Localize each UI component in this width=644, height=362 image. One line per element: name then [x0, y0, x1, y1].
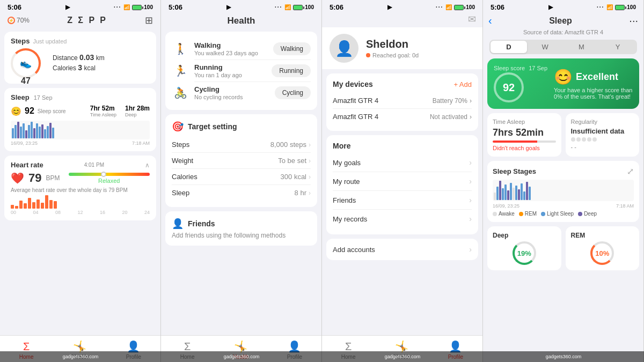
steps-header: Steps Just updated [11, 37, 150, 45]
rem-circle: 10% [590, 241, 614, 265]
hr-time: 4:01 PM [84, 162, 104, 168]
status-bar-3: 5:06 ▶ ··· 📶 100 [322, 0, 482, 12]
deep-dot [578, 212, 582, 216]
running-btn[interactable]: Running [272, 64, 311, 77]
sleep-emoji: 😊 [11, 106, 21, 116]
cycling-item[interactable]: 🚴 Cycling No cycling records Cycling [172, 82, 311, 104]
device-info-1: Battery 70% › [433, 97, 472, 105]
dots-icon: ··· [114, 4, 121, 10]
my-route-row[interactable]: My route › [333, 172, 472, 191]
email-icon[interactable]: ✉ [468, 13, 476, 25]
weight-chevron-icon: › [309, 157, 311, 165]
steps-card: Steps Just updated 👟 47 Distance 0.03 km… [4, 32, 156, 84]
steps-stats: Distance 0.03 km Calories 3 kcal [53, 53, 150, 73]
time-asleep-card: Time Asleep 7hrs 52min Didn't reach goal… [487, 113, 561, 157]
target-steps-row[interactable]: Steps 8,000 steps › [172, 137, 311, 153]
distance-val: 0.03 [79, 53, 94, 62]
running-item[interactable]: 🏃 Running You ran 1 day ago Running [172, 60, 311, 82]
target-sleep-row[interactable]: Sleep 8 hr › [172, 185, 311, 201]
watermark-3: gadgets360.com [322, 351, 483, 362]
device-name-1: Amazfit GTR 4 [333, 97, 378, 105]
panel-zepp: 5:06 ▶ ··· 📶 100 ⚡ 70% Z Σ P P ⊞ Steps [0, 0, 161, 362]
cycling-sub: No cycling records [194, 94, 269, 100]
sleep-score-label: Sleep score [38, 108, 66, 114]
status-bar-4: 5:06 ▶ ··· 📶 100 [483, 0, 643, 12]
wifi-icon-4: 📶 [606, 4, 613, 10]
location-icon-2: ▶ [226, 4, 231, 11]
walking-info: Walking You walked 23 days ago [194, 41, 268, 56]
hr-unit: BPM [46, 174, 60, 182]
accounts-chevron-icon: › [469, 245, 472, 254]
expand-icon[interactable]: ⤢ [627, 166, 634, 176]
steps-circle: 👟 47 [11, 48, 41, 78]
add-accounts-row[interactable]: Add accounts › [326, 239, 478, 260]
tab-year[interactable]: Y [599, 41, 636, 53]
my-goals-row[interactable]: My goals › [333, 153, 472, 172]
time-asleep-val: 7hr 52m [90, 105, 116, 112]
sleep-source: Source of data: Amazfit GTR 4 [483, 29, 643, 38]
running-sub: You ran 1 day ago [194, 72, 266, 78]
panel-health: 5:06 ▶ ··· 📶 100 Health 🚶 Walking You wa… [161, 0, 322, 362]
profile-goal: Reached goal: 0d [366, 52, 419, 58]
target-weight-label: Weight [172, 157, 193, 165]
my-records-chevron: › [469, 215, 472, 223]
steps-chevron-icon: › [309, 141, 311, 149]
tab-week[interactable]: W [527, 41, 564, 53]
battery-fill-1 [133, 5, 141, 10]
device-chevron-2: › [470, 113, 472, 121]
my-records-row[interactable]: My records › [333, 210, 472, 228]
target-calories-value: 300 kcal › [281, 173, 311, 181]
friends-card: 👤 Friends Add friends using the followin… [165, 211, 317, 246]
sleep-chart-1 [11, 121, 150, 139]
score-emoji: 😊 [554, 68, 573, 86]
battery-text-2: 100 [305, 4, 314, 10]
walking-item[interactable]: 🚶 Walking You walked 23 days ago Walking [172, 38, 311, 60]
more-options-icon[interactable]: ··· [629, 14, 638, 27]
rem-title: REM [571, 232, 634, 239]
target-calories-row[interactable]: Calories 300 kcal › [172, 169, 311, 185]
cycling-info: Cycling No cycling records [194, 85, 269, 100]
friends-more-label: Friends [333, 196, 356, 204]
hr-value-row: ❤️ 79 BPM Relaxed [11, 171, 150, 185]
deep-circle-wrap: 19% [493, 241, 556, 265]
target-weight-value: To be set › [278, 157, 311, 165]
steps-title: Steps [11, 37, 30, 45]
device-row-2[interactable]: Amazfit GTR 4 Not activated › [333, 109, 472, 124]
battery-icon-4 [615, 5, 625, 10]
walking-btn[interactable]: Walking [273, 42, 311, 55]
status-bar-1: 5:06 ▶ ··· 📶 100 [0, 0, 160, 12]
score-rating-row: 😊 Excellent [554, 68, 633, 86]
tab-month[interactable]: M [564, 41, 600, 53]
sleep-date: 17 Sep [34, 94, 53, 101]
target-weight-row[interactable]: Weight To be set › [172, 153, 311, 169]
status-icons-1: ··· 📶 100 [114, 4, 153, 10]
location-icon-3: ▶ [387, 4, 392, 11]
top-actions: ✉ [322, 12, 482, 27]
calories-val: 3 [78, 63, 82, 72]
reg-dot-5 [592, 137, 597, 142]
cycling-btn[interactable]: Cycling [275, 86, 311, 99]
grid-icon[interactable]: ⊞ [145, 14, 153, 26]
back-button[interactable]: ‹ [488, 14, 492, 27]
target-card: 🎯 Target setting Steps 8,000 steps › Wei… [165, 114, 317, 207]
hr-slider-area: Relaxed [69, 173, 150, 184]
target-icon: 🎯 [172, 121, 184, 132]
hr-chevron-icon[interactable]: ∧ [145, 161, 150, 169]
battery-percent: ⚡ 70% [8, 17, 30, 24]
deep-rem-row: Deep 19% REM 10% [487, 226, 639, 270]
device-row-1[interactable]: Amazfit GTR 4 Battery 70% › [333, 93, 472, 109]
sleep-metrics-cards: Time Asleep 7hrs 52min Didn't reach goal… [487, 113, 639, 157]
time-asleep-big: 7hrs 52min [493, 127, 556, 138]
steps-updated: Just updated [33, 38, 67, 45]
walking-sub: You walked 23 days ago [194, 50, 268, 56]
sleep-card-header: Sleep 17 Sep [11, 93, 150, 101]
distance-stat: Distance 0.03 km [53, 53, 150, 62]
steps-content: 👟 47 Distance 0.03 km Calories 3 kcal [11, 48, 150, 78]
avatar-icon: 👤 [335, 40, 354, 57]
sleep-progress-bar [493, 141, 556, 143]
devices-header: My devices + Add [333, 80, 472, 88]
tab-day[interactable]: D [491, 41, 527, 53]
add-device-btn[interactable]: + Add [453, 80, 472, 88]
hr-status: Relaxed [69, 178, 150, 184]
friends-row[interactable]: Friends › [333, 191, 472, 210]
